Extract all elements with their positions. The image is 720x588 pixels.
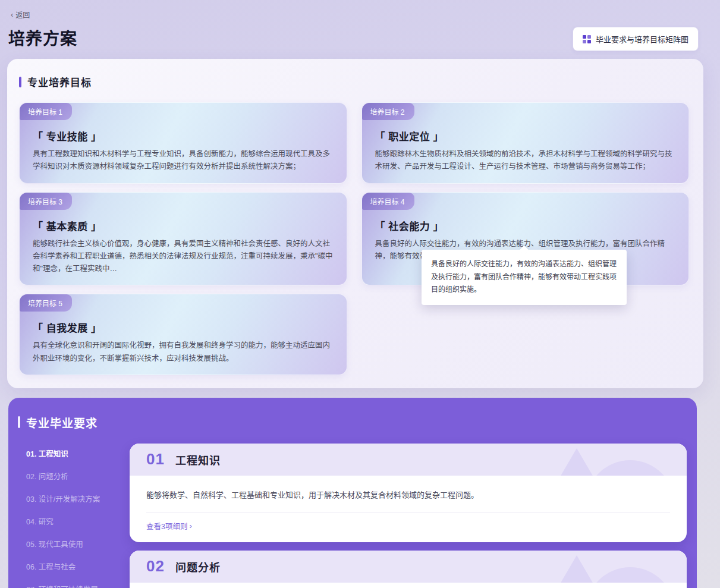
goal-name-1: 「 专业技能 」 [33, 128, 334, 143]
requirement-title: 问题分析 [175, 559, 221, 574]
requirements-section-header: 专业毕业要求 [8, 414, 697, 430]
chevron-left-icon: ‹ [11, 11, 13, 18]
matrix-diagram-button[interactable]: 毕业要求与培养目标矩阵图 [573, 27, 699, 51]
back-label: 返回 [15, 10, 30, 20]
goal-badge-1: 培养目标 1 [20, 103, 72, 120]
goal-card-2[interactable]: 培养目标 2 「 职业定位 」 能够跟踪林木生物质材料及相关领域的前沿技术，承担… [361, 102, 690, 184]
goal-name-2: 「 职业定位 」 [375, 128, 676, 143]
nav-item-modern-tools[interactable]: 05. 现代工具使用 [26, 534, 130, 554]
goal-name-3: 「 基本素质 」 [33, 218, 334, 233]
goal-badge-3: 培养目标 3 [20, 193, 72, 210]
matrix-grid-icon [583, 35, 591, 43]
grid-empty-cell [361, 294, 690, 375]
goal-card-grid: 培养目标 1 「 专业技能 」 具有工程数理知识和木材科学与工程专业知识，具备创… [19, 102, 689, 375]
section-bar-marker [18, 416, 20, 428]
goal-desc-3: 能够践行社会主义核心价值观，身心健康，具有爱国主义精神和社会责任感、良好的人文社… [33, 238, 334, 276]
goal-desc-2: 能够跟踪林木生物质材料及相关领域的前沿技术，承担木材科学与工程领域的科学研究与技… [375, 148, 676, 174]
logo-watermark-triangle [535, 555, 618, 583]
goal-desc-1: 具有工程数理知识和木材科学与工程专业知识，具备创新能力，能够综合运用现代工具及多… [33, 148, 334, 174]
requirements-cards: 01 工程知识 能够将数学、自然科学、工程基础和专业知识，用于解决木材及其复合材… [130, 444, 697, 588]
logo-watermark-circle [586, 460, 675, 476]
objectives-section-title: 专业培养目标 [27, 74, 92, 89]
objectives-section-header: 专业培养目标 [19, 74, 689, 89]
matrix-diagram-button-label: 毕业要求与培养目标矩阵图 [596, 33, 688, 45]
requirements-section-title: 专业毕业要求 [26, 414, 98, 430]
nav-item-problem-analysis[interactable]: 02. 问题分析 [26, 466, 130, 486]
top-bar: ‹ 返回 [0, 0, 720, 20]
requirement-number: 01 [146, 450, 165, 468]
goal-badge-5: 培养目标 5 [20, 294, 72, 312]
divider [146, 512, 670, 512]
logo-watermark-triangle [535, 448, 618, 476]
requirement-title: 工程知识 [175, 452, 221, 467]
nav-item-engineering-society[interactable]: 06. 工程与社会 [26, 556, 130, 576]
logo-watermark-circle [586, 567, 675, 583]
requirements-nav: 01. 工程知识 02. 问题分析 03. 设计/开发解决方案 04. 研究 0… [8, 444, 130, 588]
requirement-description: 能够将数学、自然科学、工程基础和专业知识，用于解决木材及其复合材料领域的复杂工程… [130, 476, 687, 502]
requirement-card-02-header: 02 问题分析 [130, 551, 687, 583]
goal-name-5: 「 自我发展 」 [33, 320, 334, 335]
goal-card-5[interactable]: 培养目标 5 「 自我发展 」 具有全球化意识和开阔的国际化视野，拥有自我发展和… [19, 294, 347, 375]
requirement-card-01: 01 工程知识 能够将数学、自然科学、工程基础和专业知识，用于解决木材及其复合材… [130, 444, 687, 542]
goal-4-tooltip: 具备良好的人际交往能力，有效的沟通表达能力、组织管理及执行能力，富有团队合作精神… [422, 250, 627, 305]
requirements-panel: 专业毕业要求 01. 工程知识 02. 问题分析 03. 设计/开发解决方案 0… [8, 398, 697, 588]
section-bar-marker [19, 77, 21, 87]
goal-name-4: 「 社会能力 」 [375, 218, 676, 233]
nav-item-design-solutions[interactable]: 03. 设计/开发解决方案 [26, 489, 130, 508]
goal-card-1[interactable]: 培养目标 1 「 专业技能 」 具有工程数理知识和木材科学与工程专业知识，具备创… [19, 102, 347, 184]
requirement-card-01-header: 01 工程知识 [130, 444, 687, 476]
goal-badge-4: 培养目标 4 [362, 193, 414, 210]
goal-card-3[interactable]: 培养目标 3 「 基本素质 」 能够践行社会主义核心价值观，身心健康，具有爱国主… [19, 192, 347, 286]
nav-item-research[interactable]: 04. 研究 [26, 511, 130, 531]
chevron-right-icon: › [189, 522, 191, 530]
requirement-card-02: 02 问题分析 能够应用木材干燥、木质复合材料、胶黏剂与涂料、木制品生产技术等专… [130, 551, 687, 588]
objectives-panel: 专业培养目标 培养目标 1 「 专业技能 」 具有工程数理知识和木材科学与工程专… [7, 59, 703, 388]
view-details-link-01[interactable]: 查看3项细则 › [146, 520, 192, 532]
nav-item-engineering-knowledge[interactable]: 01. 工程知识 [26, 444, 130, 463]
view-details-label: 查看3项细则 [146, 520, 187, 532]
goal-desc-5: 具有全球化意识和开阔的国际化视野，拥有自我发展和终身学习的能力，能够主动适应国内… [33, 339, 334, 365]
requirements-body: 01. 工程知识 02. 问题分析 03. 设计/开发解决方案 04. 研究 0… [8, 444, 697, 588]
back-button[interactable]: ‹ 返回 [11, 10, 30, 20]
goal-badge-2: 培养目标 2 [362, 103, 414, 120]
nav-item-environment-sustainability[interactable]: 07. 环境和可持续发展 [26, 579, 130, 588]
requirement-number: 02 [146, 557, 165, 576]
requirement-description: 能够应用木材干燥、木质复合材料、胶黏剂与涂料、木制品生产技术等专业相关的基本理论… [130, 583, 687, 588]
